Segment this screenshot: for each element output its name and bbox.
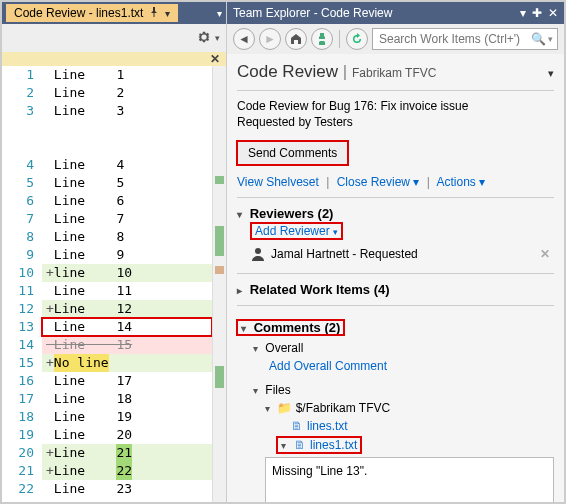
code-body[interactable]: Line 1 Line 2 Line 3 Line 4 Line 5 Line … bbox=[42, 66, 212, 502]
line-number: 15 bbox=[2, 354, 34, 372]
line-number-gutter: 12345678910111213141516171819202122 bbox=[2, 66, 42, 502]
line-number: 11 bbox=[2, 282, 34, 300]
comment-input[interactable]: Missing "Line 13". bbox=[265, 457, 554, 502]
file-icon: 🗎 bbox=[291, 419, 303, 433]
line-number: 9 bbox=[2, 246, 34, 264]
code-line[interactable]: Line 8 bbox=[42, 228, 212, 246]
person-icon bbox=[251, 247, 265, 261]
code-line[interactable]: Line 2 bbox=[42, 84, 212, 102]
actions-link[interactable]: Actions ▾ bbox=[436, 175, 485, 189]
panel-titlebar: Team Explorer - Code Review ▾ ✚ ✕ bbox=[227, 2, 564, 24]
panel-toolbar: ◄ ► 🔍 ▾ bbox=[227, 24, 564, 54]
close-icon[interactable]: ✕ bbox=[548, 6, 558, 20]
line-number: 1 bbox=[2, 66, 34, 84]
related-work-items-header[interactable]: ▸ Related Work Items (4) bbox=[237, 282, 554, 297]
code-line[interactable]: Line 9 bbox=[42, 246, 212, 264]
close-review-link[interactable]: Close Review ▾ bbox=[337, 175, 423, 189]
search-icon[interactable]: 🔍 bbox=[531, 32, 546, 46]
code-line[interactable]: Line 3 bbox=[42, 102, 212, 120]
back-button[interactable]: ◄ bbox=[233, 28, 255, 50]
line-number: 17 bbox=[2, 390, 34, 408]
forward-button[interactable]: ► bbox=[259, 28, 281, 50]
line-number: 22 bbox=[2, 480, 34, 498]
info-close-icon[interactable]: ✕ bbox=[210, 52, 220, 66]
code-line[interactable]: Line 15 bbox=[42, 336, 212, 354]
code-line[interactable]: Line 1 bbox=[42, 66, 212, 84]
code-line[interactable]: Line 5 bbox=[42, 174, 212, 192]
search-work-items[interactable]: 🔍 ▾ bbox=[372, 28, 558, 50]
add-overall-comment-link[interactable]: Add Overall Comment bbox=[269, 359, 387, 373]
expand-icon: ▾ bbox=[253, 385, 258, 396]
home-button[interactable] bbox=[285, 28, 307, 50]
search-input[interactable] bbox=[377, 31, 531, 47]
toolbar-dropdown-icon[interactable]: ▾ bbox=[215, 33, 220, 43]
section-heading: Code Review | Fabrikam TFVC ▾ bbox=[237, 62, 554, 82]
pin-icon[interactable] bbox=[149, 6, 159, 20]
expand-icon: ▸ bbox=[237, 285, 242, 296]
code-line[interactable]: +Line 21 bbox=[42, 444, 212, 462]
editor-titlebar: Code Review - lines1.txt ▾ ▾ bbox=[2, 2, 226, 24]
file-link[interactable]: 🗎 lines.txt bbox=[291, 419, 554, 433]
team-explorer-pane: Team Explorer - Code Review ▾ ✚ ✕ ◄ ► 🔍 … bbox=[227, 2, 564, 502]
code-line[interactable]: +Line 12 bbox=[42, 300, 212, 318]
divider bbox=[237, 273, 554, 274]
reviewer-name: Jamal Hartnett - Requested bbox=[271, 247, 418, 261]
add-reviewer-link[interactable]: Add Reviewer ▾ bbox=[251, 223, 342, 239]
connect-button[interactable] bbox=[311, 28, 333, 50]
line-number: 16 bbox=[2, 372, 34, 390]
code-line[interactable]: Line 11 bbox=[42, 282, 212, 300]
panel-dropdown-icon[interactable]: ▾ bbox=[520, 6, 526, 20]
folder-row[interactable]: ▾ 📁 $/Fabrikam TFVC bbox=[265, 401, 554, 415]
actions-row: View Shelveset | Close Review ▾ | Action… bbox=[237, 175, 554, 189]
line-number: 8 bbox=[2, 228, 34, 246]
panel-title: Team Explorer - Code Review bbox=[233, 6, 392, 20]
pin-icon[interactable]: ✚ bbox=[532, 6, 542, 20]
line-number: 5 bbox=[2, 174, 34, 192]
section-menu-icon[interactable]: ▾ bbox=[548, 67, 554, 80]
file-icon: 🗎 bbox=[294, 438, 306, 452]
overview-ruler[interactable] bbox=[212, 66, 226, 502]
files-node[interactable]: ▾ Files bbox=[253, 383, 554, 397]
tab-menu-icon[interactable]: ▾ bbox=[165, 8, 170, 19]
code-line[interactable]: Line 23 bbox=[42, 480, 212, 498]
editor-tab[interactable]: Code Review - lines1.txt ▾ bbox=[6, 4, 178, 22]
code-line[interactable]: Line 7 bbox=[42, 210, 212, 228]
file-link-active[interactable]: ▾ 🗎 lines1.txt bbox=[277, 437, 361, 453]
code-line[interactable]: Line 18 bbox=[42, 390, 212, 408]
folder-path: $/Fabrikam TFVC bbox=[296, 401, 390, 415]
send-comments-button[interactable]: Send Comments bbox=[237, 141, 348, 165]
view-shelveset-link[interactable]: View Shelveset bbox=[237, 175, 319, 189]
subheading-text: Fabrikam TFVC bbox=[352, 66, 436, 80]
review-summary-2: Requested by Testers bbox=[237, 115, 554, 129]
code-line[interactable]: Line 20 bbox=[42, 426, 212, 444]
divider bbox=[237, 197, 554, 198]
search-dropdown-icon[interactable]: ▾ bbox=[548, 34, 553, 44]
code-line[interactable]: Line 6 bbox=[42, 192, 212, 210]
code-line[interactable]: Line 19 bbox=[42, 408, 212, 426]
comments-header[interactable]: ▾ Comments (2) bbox=[237, 320, 344, 335]
reviewers-header[interactable]: ▾ Reviewers (2) bbox=[237, 206, 554, 221]
expand-icon: ▾ bbox=[237, 209, 242, 220]
line-number: 4 bbox=[2, 156, 34, 174]
code-line[interactable]: Line 14 bbox=[42, 318, 212, 336]
code-line[interactable]: +No line bbox=[42, 354, 212, 372]
gear-icon[interactable] bbox=[197, 30, 211, 47]
code-line[interactable]: +Line 22 bbox=[42, 462, 212, 480]
code-line[interactable]: Line 4 bbox=[42, 156, 212, 174]
editor-tab-label: Code Review - lines1.txt bbox=[14, 6, 143, 20]
line-number: 7 bbox=[2, 210, 34, 228]
code-line[interactable]: Line 17 bbox=[42, 372, 212, 390]
line-number: 6 bbox=[2, 192, 34, 210]
overall-node[interactable]: ▾ Overall bbox=[253, 341, 554, 355]
line-number: 2 bbox=[2, 84, 34, 102]
info-bar: ✕ bbox=[2, 52, 226, 66]
titlebar-dropdown-icon[interactable]: ▾ bbox=[217, 8, 222, 19]
line-number: 14 bbox=[2, 336, 34, 354]
reviewer-row[interactable]: Jamal Hartnett - Requested ✕ bbox=[247, 243, 554, 265]
remove-reviewer-icon[interactable]: ✕ bbox=[540, 247, 550, 261]
line-number: 21 bbox=[2, 462, 34, 480]
code-line[interactable]: +line 10 bbox=[42, 264, 212, 282]
refresh-button[interactable] bbox=[346, 28, 368, 50]
panel-body: Code Review | Fabrikam TFVC ▾ Code Revie… bbox=[227, 54, 564, 502]
expand-icon: ▾ bbox=[241, 323, 246, 334]
